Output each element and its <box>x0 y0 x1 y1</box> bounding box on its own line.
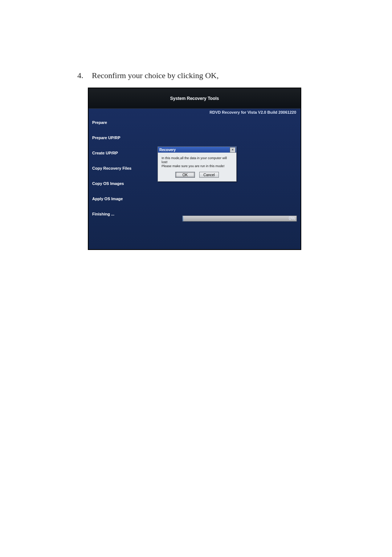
app-title-bar: System Recovery Tools <box>89 88 301 109</box>
step-text: Reconfirm your choice by clicking OK, <box>92 71 219 80</box>
app-title: System Recovery Tools <box>170 96 219 101</box>
dialog-titlebar[interactable]: Recovery × <box>158 147 236 153</box>
progress-bar: 0% <box>182 215 297 222</box>
instruction-line: 4. Reconfirm your choice by clicking OK, <box>77 71 219 80</box>
ok-button[interactable]: OK <box>175 172 195 178</box>
progress-fill <box>183 216 183 221</box>
dialog-message: In this mode,all the data in your comput… <box>158 153 236 170</box>
app-body: Prepare Prepare UP/RP Create UP/RP Copy … <box>89 109 301 250</box>
screenshot-frame: System Recovery Tools Prepare Prepare UP… <box>88 88 301 250</box>
recovery-dialog: Recovery × In this mode,all the data in … <box>158 146 237 182</box>
step-prepare: Prepare <box>92 120 154 125</box>
step-copy-recovery-files: Copy Recovery Files <box>92 166 154 170</box>
step-prepare-uprp: Prepare UP/RP <box>92 136 154 140</box>
document-page: 4. Reconfirm your choice by clicking OK,… <box>0 0 392 557</box>
dialog-message-line2: Please make sure you are run in this mod… <box>162 164 233 168</box>
app-main: RDVD Recovery for Vista V2.0 Build 20061… <box>158 109 301 250</box>
progress-percent: 0% <box>289 216 295 221</box>
step-copy-os-images: Copy OS Images <box>92 181 154 186</box>
step-create-uprp: Create UP/RP <box>92 151 154 155</box>
step-finishing: Finishing ... <box>92 212 154 216</box>
step-apply-os-image: Apply OS Image <box>92 197 154 201</box>
close-icon[interactable]: × <box>230 147 236 153</box>
step-number: 4. <box>77 71 92 80</box>
step-sidebar: Prepare Prepare UP/RP Create UP/RP Copy … <box>89 109 158 250</box>
dialog-message-line1: In this mode,all the data in your comput… <box>162 156 233 164</box>
dialog-button-row: OK Cancel <box>158 170 236 181</box>
dialog-title: Recovery <box>159 148 176 152</box>
app-subtitle: RDVD Recovery for Vista V2.0 Build 20061… <box>209 110 296 114</box>
cancel-button[interactable]: Cancel <box>199 172 219 178</box>
